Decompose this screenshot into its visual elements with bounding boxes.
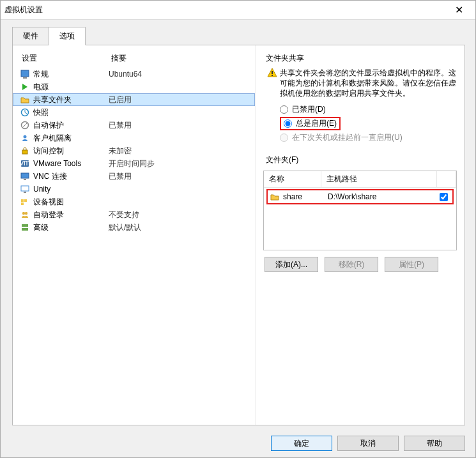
list-item[interactable]: 常规 Ubuntu64 — [13, 68, 255, 80]
add-folder-label: 添加(A)... — [275, 259, 307, 270]
col-enabled[interactable] — [437, 171, 456, 187]
svg-text:vm: vm — [20, 159, 29, 167]
radio-disabled-row[interactable]: 已禁用(D) — [263, 102, 457, 116]
svg-point-5 — [24, 135, 27, 139]
list-item-summary: 默认/默认 — [109, 222, 249, 233]
cancel-label: 取消 — [360, 438, 376, 449]
radio-until-next — [280, 134, 288, 142]
svg-rect-19 — [22, 228, 28, 231]
folder-path: D:\Work\share — [328, 192, 431, 201]
tab-hardware[interactable]: 硬件 — [12, 27, 49, 45]
radio-until-next-row: 在下次关机或挂起前一直启用(U) — [263, 130, 457, 144]
list-item-label: 自动保护 — [33, 120, 109, 131]
remove-folder-button: 移除(R) — [325, 257, 378, 272]
close-icon[interactable]: ✕ — [446, 4, 472, 17]
list-item[interactable]: VNC 连接 已禁用 — [13, 170, 255, 183]
list-item[interactable]: 快照 — [13, 106, 255, 119]
list-item-summary: 未加密 — [109, 146, 249, 156]
radio-until-next-label: 在下次关机或挂起前一直启用(U) — [292, 132, 403, 143]
list-item[interactable]: 客户机隔离 — [13, 132, 255, 144]
shared-folders-pane: 文件夹共享 共享文件夹会将您的文件显示给虚拟机中的程序。这可能为您的计算机和数据… — [256, 45, 464, 425]
list-item-summary: Ubuntu64 — [109, 70, 249, 79]
folders-list: 名称 主机路径 share D:\Work\share — [263, 171, 457, 250]
ok-button[interactable]: 确定 — [271, 436, 332, 451]
guest-isolation-icon — [19, 133, 31, 143]
list-item[interactable]: vm VMware Tools 开启时间同步 — [13, 157, 255, 170]
tab-hardware-label: 硬件 — [23, 31, 38, 40]
vnc-icon — [19, 171, 31, 181]
svg-rect-22 — [272, 75, 273, 76]
list-item-shared-folders[interactable]: 共享文件夹 已启用 — [13, 93, 255, 106]
folder-sharing-group-label: 文件夹共享 — [266, 53, 457, 64]
list-item-label: 快照 — [33, 107, 109, 118]
radio-disabled-label: 已禁用(D) — [292, 104, 326, 115]
snapshot-icon — [19, 107, 31, 118]
list-item-label: 客户机隔离 — [33, 133, 109, 144]
svg-rect-6 — [22, 150, 27, 154]
list-item[interactable]: 高级 默认/默认 — [13, 221, 255, 234]
folder-properties-label: 属性(P) — [399, 259, 424, 270]
unity-icon — [19, 184, 31, 194]
col-path[interactable]: 主机路径 — [321, 171, 437, 187]
settings-list: 设置 摘要 常规 Ubuntu64 电源 共享文件夹 已启用 快照 — [13, 45, 256, 425]
help-label: 帮助 — [427, 438, 442, 449]
radio-always[interactable] — [284, 119, 292, 128]
list-item-summary: 已禁用 — [109, 120, 249, 131]
list-item[interactable]: Unity — [13, 183, 255, 195]
list-item[interactable]: 访问控制 未加密 — [13, 144, 255, 157]
svg-rect-18 — [22, 224, 28, 227]
dialog-footer: 确定 取消 帮助 — [1, 431, 475, 457]
svg-rect-21 — [272, 71, 273, 74]
list-item[interactable]: 自动保护 已禁用 — [13, 119, 255, 132]
titlebar[interactable]: 虚拟机设置 ✕ — [1, 1, 475, 20]
list-item-label: 设备视图 — [33, 197, 109, 208]
autologin-icon — [19, 210, 31, 220]
cancel-button[interactable]: 取消 — [337, 436, 399, 451]
add-folder-button[interactable]: 添加(A)... — [265, 257, 318, 272]
settings-list-header: 设置 摘要 — [13, 50, 255, 68]
list-item-label: 自动登录 — [33, 210, 109, 220]
folder-name: share — [283, 192, 328, 201]
list-item-label: 高级 — [33, 222, 109, 233]
col-summary: 摘要 — [111, 53, 249, 64]
svg-rect-10 — [24, 179, 26, 180]
folder-enabled-checkbox[interactable] — [431, 191, 450, 203]
advanced-icon — [19, 222, 31, 233]
ok-label: 确定 — [294, 438, 309, 449]
list-item-label: VNC 连接 — [33, 171, 109, 182]
svg-point-17 — [25, 212, 27, 215]
warning-row: 共享文件夹会将您的文件显示给虚拟机中的程序。这可能为您的计算机和数据带来风险。请… — [263, 66, 457, 102]
list-item-summary: 开启时间同步 — [109, 158, 249, 169]
list-item-summary: 已启用 — [109, 95, 249, 105]
warning-text: 共享文件夹会将您的文件显示给虚拟机中的程序。这可能为您的计算机和数据带来风险。请… — [280, 68, 457, 98]
radio-disabled[interactable] — [280, 105, 288, 114]
list-item[interactable]: 自动登录 不受支持 — [13, 208, 255, 221]
help-button[interactable]: 帮助 — [404, 436, 465, 451]
col-setting: 设置 — [22, 53, 111, 64]
folder-properties-button: 属性(P) — [385, 257, 438, 272]
remove-folder-label: 移除(R) — [339, 259, 365, 270]
options-panel: 设置 摘要 常规 Ubuntu64 电源 共享文件夹 已启用 快照 — [12, 45, 465, 425]
window-title: 虚拟机设置 — [4, 4, 446, 15]
list-item[interactable]: 设备视图 — [13, 195, 255, 208]
col-name[interactable]: 名称 — [264, 171, 321, 187]
list-item-label: 电源 — [33, 82, 109, 93]
list-item-label: Unity — [33, 185, 109, 194]
folders-list-header: 名称 主机路径 — [264, 171, 456, 188]
list-item-label: VMware Tools — [33, 159, 109, 168]
svg-rect-1 — [23, 77, 27, 79]
access-control-icon — [19, 146, 31, 156]
folder-row[interactable]: share D:\Work\share — [268, 190, 452, 203]
radio-always-label: 总是启用(E) — [296, 118, 337, 129]
radio-always-row[interactable]: 总是启用(E) — [263, 116, 457, 130]
list-item-summary: 不受支持 — [109, 210, 249, 220]
list-item[interactable]: 电源 — [13, 80, 255, 93]
warning-icon — [267, 68, 280, 98]
list-item-label: 常规 — [33, 69, 109, 80]
svg-marker-2 — [22, 84, 27, 90]
tab-options[interactable]: 选项 — [49, 27, 86, 45]
shared-folder-icon — [19, 95, 31, 105]
general-icon — [19, 69, 31, 79]
tabs: 硬件 选项 — [1, 20, 475, 45]
svg-rect-15 — [21, 202, 24, 205]
